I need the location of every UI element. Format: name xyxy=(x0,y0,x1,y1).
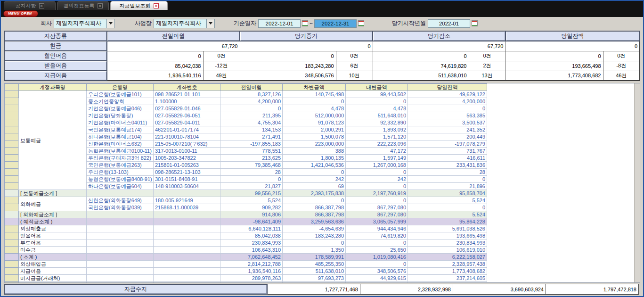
amount-cell: 0 xyxy=(283,169,346,176)
amount-cell: 134,153 xyxy=(220,126,283,133)
calendar-icon[interactable] xyxy=(302,20,308,26)
summary-count-cell: 13건 xyxy=(469,71,505,81)
app-window: 공지사항×결의전표등록×자금일보조회× MENU OPEN 회사 제일저지주식회… xyxy=(0,0,644,297)
close-icon[interactable]: × xyxy=(39,3,44,8)
account-number-cell xyxy=(154,247,220,254)
amount-cell: 3,065,057,999 xyxy=(346,218,408,225)
row-selector-cell[interactable] xyxy=(5,133,19,140)
amount-cell: 222,223,096 xyxy=(346,140,408,148)
company-select[interactable]: 제일저지주식회사 xyxy=(54,19,115,28)
close-icon[interactable]: × xyxy=(154,3,159,8)
site-label: 사업장 xyxy=(135,19,152,27)
row-selector-cell[interactable] xyxy=(5,183,19,190)
row-selector-cell[interactable] xyxy=(5,282,19,283)
amount-cell: 563,385 xyxy=(408,112,487,119)
account-group-cell: 보통예금 xyxy=(19,91,87,190)
row-selector-cell[interactable] xyxy=(5,126,19,133)
row-selector-cell[interactable] xyxy=(5,247,19,254)
row-selector-cell[interactable] xyxy=(5,140,19,148)
tab-자금일보조회[interactable]: 자금일보조회× xyxy=(110,1,168,10)
amount-cell: 213,625 xyxy=(220,155,283,162)
row-selector-cell[interactable] xyxy=(5,261,19,268)
period-start-input[interactable] xyxy=(428,19,470,28)
table-row: 외화예금신한은행(외화통장649)180-005-9216495,524005,… xyxy=(5,197,487,204)
row-selector-cell[interactable] xyxy=(5,112,19,119)
row-selector-cell[interactable] xyxy=(5,176,19,183)
row-selector-cell[interactable] xyxy=(5,155,19,162)
amount-cell: 8,327,126 xyxy=(220,91,283,98)
base-date-from-input[interactable] xyxy=(258,19,301,28)
row-selector-cell[interactable] xyxy=(5,275,19,282)
account-number-cell: 180-005-921649 xyxy=(154,197,220,204)
row-selector-cell[interactable] xyxy=(5,91,19,98)
calendar-icon[interactable] xyxy=(472,20,478,26)
table-row: 미지급금(거래처)289,978,26397,693,27344,929,615… xyxy=(5,275,487,282)
row-selector-cell[interactable] xyxy=(5,239,19,247)
row-selector-cell[interactable] xyxy=(5,105,19,112)
amount-cell: 1,267,000,168 xyxy=(346,162,408,169)
amount-cell: 271,491 xyxy=(220,133,283,140)
account-number-cell xyxy=(154,218,220,225)
row-selector-cell[interactable] xyxy=(5,204,19,211)
row-selector-cell[interactable] xyxy=(5,254,19,261)
amount-cell: 97,693,273 xyxy=(283,275,346,282)
bank-name-cell: 신한은행(외화통장649) xyxy=(87,197,154,204)
amount-cell: 0 xyxy=(283,197,346,204)
amount-cell: 28 xyxy=(220,169,283,176)
calendar-icon[interactable] xyxy=(358,20,364,26)
account-number-cell: 148-910003-50604 xyxy=(154,183,220,190)
row-selector-cell[interactable] xyxy=(5,268,19,275)
row-selector-cell[interactable] xyxy=(5,148,19,155)
account-number-cell xyxy=(154,232,220,239)
chevron-down-icon[interactable] xyxy=(106,19,114,28)
amount-cell: 74,619,820 xyxy=(346,232,408,239)
table-row: [ 보통예금소계 ]-99,556,2152,393,175,8382,197,… xyxy=(5,190,487,197)
asset-type-cell: 할인어음 xyxy=(4,51,107,61)
row-selector-cell[interactable] xyxy=(5,98,19,105)
site-value: 제일저지주식회사 xyxy=(154,19,206,27)
table-row: [ 외화예금소계 ]914,806866,387,798867,297,0805… xyxy=(5,211,487,218)
amount-cell: 69 xyxy=(283,183,346,190)
date-range-separator: ~ xyxy=(310,20,313,27)
amount-cell: 233,431,836 xyxy=(408,162,487,169)
row-selector-cell[interactable] xyxy=(5,197,19,204)
amount-cell: 0 xyxy=(346,261,408,268)
account-number-cell: 027-055829-01-046 xyxy=(154,105,220,112)
amount-cell: 2,328,957,438 xyxy=(408,261,487,268)
row-selector-cell[interactable] xyxy=(5,190,19,197)
bank-name-cell: 신한은행(마이너스632) xyxy=(87,140,154,148)
summary-column-header: 당기증가 xyxy=(240,31,373,41)
amount-cell: 49,629,122 xyxy=(408,91,487,98)
summary-row: 지급어음1,936,540,11649건348,506,57610건511,63… xyxy=(4,71,640,81)
row-selector-cell[interactable] xyxy=(5,232,19,239)
bank-name-cell xyxy=(87,247,154,254)
chevron-down-icon[interactable] xyxy=(206,19,214,28)
amount-cell: 0 xyxy=(283,239,346,247)
fund-balance-row: 자금수지 1,727,771,468 2,328,932,998 3,690,6… xyxy=(4,284,640,295)
row-selector-cell[interactable] xyxy=(5,162,19,169)
detail-header-row: 계정과목명은행명계좌번호전일이월차변금액대변금액당일잔액 xyxy=(5,84,487,91)
fund-balance-value: 1,797,472,818 xyxy=(546,284,639,295)
row-selector-cell[interactable] xyxy=(5,218,19,225)
tab-label: 공지사항 xyxy=(16,2,36,9)
amount-cell: 79,385,468 xyxy=(220,162,283,169)
row-selector-cell[interactable] xyxy=(5,119,19,126)
table-row: 부도어음230,834,99300230,834,993 xyxy=(5,239,487,247)
summary-count-cell: 2건 xyxy=(469,61,505,71)
site-select[interactable]: 제일저지주식회사 xyxy=(154,19,215,28)
account-number-cell: 1-100000 xyxy=(154,98,220,105)
close-icon[interactable]: × xyxy=(98,3,103,8)
row-selector-cell[interactable] xyxy=(5,211,19,218)
row-selector-cell[interactable] xyxy=(5,169,19,176)
vertical-scrollbar[interactable] xyxy=(634,83,640,282)
menu-open-button[interactable]: MENU OPEN xyxy=(3,10,38,17)
amount-cell: 731,767 xyxy=(408,148,487,155)
summary-column-header: 자산종류 xyxy=(4,31,107,41)
base-date-to-input[interactable] xyxy=(314,19,357,28)
account-number-cell: 221-910010-78104 xyxy=(154,133,220,140)
amount-cell: 3,500,537 xyxy=(408,119,487,126)
tab-공지사항[interactable]: 공지사항× xyxy=(4,1,56,10)
tab-결의전표등록[interactable]: 결의전표등록× xyxy=(57,1,109,10)
row-selector-cell[interactable] xyxy=(5,225,19,232)
account-number-cell: 301-0151-8408-91 xyxy=(154,176,220,183)
